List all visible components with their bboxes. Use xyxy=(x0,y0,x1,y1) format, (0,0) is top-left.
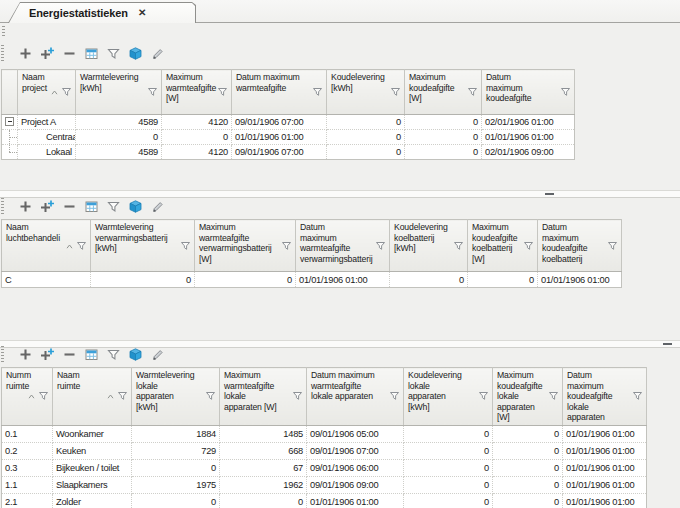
edit-button[interactable] xyxy=(149,198,165,214)
cell: 0 xyxy=(390,272,468,288)
table-row[interactable]: Lokaal4589412009/01/1906 07:000002/01/19… xyxy=(2,145,575,160)
filter-icon[interactable] xyxy=(217,87,228,97)
table-row[interactable]: Project A4589412009/01/1906 07:000002/01… xyxy=(2,115,575,130)
add-child-button[interactable] xyxy=(39,346,55,362)
filter-icon[interactable] xyxy=(117,391,128,401)
ahu-grid-host: Naam luchtbehandeliWarmtelevering verwar… xyxy=(1,219,622,288)
plus-icon xyxy=(18,46,33,61)
remove-button[interactable] xyxy=(61,346,77,362)
toolbar-grip[interactable] xyxy=(1,198,4,214)
column-chooser-button[interactable] xyxy=(83,198,99,214)
filter-icon[interactable] xyxy=(292,391,303,401)
filter-button[interactable] xyxy=(105,198,121,214)
filter-icon[interactable] xyxy=(205,391,216,401)
cell: 0 xyxy=(327,145,405,160)
filter-icon[interactable] xyxy=(76,241,87,251)
filter-icon[interactable] xyxy=(147,87,158,97)
column-header[interactable]: Numm ruimte xyxy=(2,368,53,426)
table-row[interactable]: 2.1Zolder0001/01/1906 01:000001/01/1906 … xyxy=(2,493,647,508)
column-header[interactable]: Maximum koudeafgifte lokale apparaten [W… xyxy=(493,368,563,426)
column-header-label: Koudelevering [kWh] xyxy=(331,72,378,93)
column-header[interactable]: Datum maximum koudeafgifte lokale appara… xyxy=(563,368,647,426)
column-header[interactable]: Warmtelevering lokale apparaten [kWh] xyxy=(132,368,220,426)
column-header[interactable]: Maximum warmteafgifte [W] xyxy=(162,70,232,115)
column-chooser-button[interactable] xyxy=(83,346,99,362)
filter-icon[interactable] xyxy=(390,87,401,97)
table-row[interactable]: 1.1Slaapkamers1975196209/01/1906 09:0000… xyxy=(2,476,647,493)
cell: 09/01/1906 07:00 xyxy=(307,442,404,459)
filter-icon[interactable] xyxy=(478,391,489,401)
cube-3d-icon xyxy=(128,199,143,214)
column-header[interactable]: Maximum warmteafgifte lokale apparaten [… xyxy=(220,368,307,426)
remove-button[interactable] xyxy=(61,198,77,214)
column-header[interactable]: Maximum koudeafgifte koelbatterij [W] xyxy=(468,220,538,272)
column-header[interactable]: Warmtelevering [kWh] xyxy=(76,70,162,115)
filter-icon[interactable] xyxy=(560,87,571,97)
column-header[interactable]: Koudelevering [kWh] xyxy=(327,70,405,115)
filter-icon[interactable] xyxy=(607,241,618,251)
add-button[interactable] xyxy=(17,346,33,362)
column-header[interactable]: Warmtelevering verwarmingsbatterij [kWh] xyxy=(91,220,195,272)
column-header[interactable]: Naam luchtbehandeli xyxy=(2,220,91,272)
toolbar-grip[interactable] xyxy=(1,45,4,61)
filter-button[interactable] xyxy=(105,45,121,61)
column-header[interactable]: Datum maximum koudeafgifte xyxy=(482,70,575,115)
add-child-button[interactable] xyxy=(39,45,55,61)
cube-button[interactable] xyxy=(127,198,143,214)
header-row: Numm ruimteNaam ruimteWarmtelevering lok… xyxy=(2,368,647,426)
dock-grip[interactable] xyxy=(2,26,5,37)
column-header[interactable]: Naam ruimte xyxy=(53,368,132,426)
filter-icon[interactable] xyxy=(375,241,386,251)
table-row[interactable]: C0001/01/1906 01:000001/01/1906 01:00 xyxy=(2,272,622,288)
add-button[interactable] xyxy=(17,198,33,214)
column-header[interactable]: Datum maximum warmteafgifte verwarmingsb… xyxy=(296,220,390,272)
cell: 0 xyxy=(220,493,307,508)
cell: 0.3 xyxy=(2,459,53,476)
cube-button[interactable] xyxy=(127,346,143,362)
filter-icon[interactable] xyxy=(38,391,49,401)
filter-icon[interactable] xyxy=(389,391,400,401)
cell: Bijkeuken / toilet xyxy=(53,459,132,476)
sort-ascending-icon xyxy=(28,394,35,399)
filter-icon[interactable] xyxy=(632,391,643,401)
filter-icon[interactable] xyxy=(61,87,72,97)
splitter-handle[interactable] xyxy=(663,343,672,345)
column-header[interactable]: Koudelevering koelbatterij [kWh] xyxy=(390,220,468,272)
add-button[interactable] xyxy=(17,45,33,61)
add-child-button[interactable] xyxy=(39,198,55,214)
plus-child-icon xyxy=(39,347,55,362)
filter-icon[interactable] xyxy=(548,391,559,401)
cell: 09/01/1906 05:00 xyxy=(307,425,404,442)
filter-icon[interactable] xyxy=(467,87,478,97)
filter-button[interactable] xyxy=(105,346,121,362)
edit-button[interactable] xyxy=(149,45,165,61)
table-row[interactable]: 0.1Woonkamer1884148509/01/1906 05:000001… xyxy=(2,425,647,442)
collapse-expander[interactable] xyxy=(5,117,14,126)
column-chooser-button[interactable] xyxy=(83,45,99,61)
filter-icon[interactable] xyxy=(281,241,292,251)
toolbar-grip[interactable] xyxy=(1,346,4,362)
column-header[interactable]: Maximum koudeafgifte [W] xyxy=(405,70,482,115)
remove-button[interactable] xyxy=(61,45,77,61)
column-header[interactable]: Datum maximum warmteafgifte lokale appar… xyxy=(307,368,404,426)
plus-child-icon xyxy=(39,199,55,214)
table-row[interactable]: 0.2Keuken72966809/01/1906 07:000001/01/1… xyxy=(2,442,647,459)
table-row[interactable]: 0.3Bijkeuken / toilet06709/01/1906 06:00… xyxy=(2,459,647,476)
filter-icon[interactable] xyxy=(523,241,534,251)
column-header-label: Datum maximum koudeafgifte xyxy=(486,72,548,104)
tab-energiestatistieken[interactable]: Energiestatistieken ✕ xyxy=(8,2,196,23)
tab-close-button[interactable]: ✕ xyxy=(138,8,146,18)
table-row[interactable]: Centraal0001/01/1906 01:000001/01/1906 0… xyxy=(2,130,575,145)
edit-button[interactable] xyxy=(149,346,165,362)
column-header[interactable]: Datum maximum warmteafgifte xyxy=(232,70,327,115)
column-header[interactable]: Datum maximum koudeafgifte koelbatterij xyxy=(538,220,622,272)
column-header[interactable]: Naam project xyxy=(18,70,76,115)
column-header[interactable]: Maximum warmteafgifte verwarmingsbatteri… xyxy=(195,220,296,272)
filter-icon[interactable] xyxy=(180,241,191,251)
filter-icon[interactable] xyxy=(453,241,464,251)
splitter-handle[interactable] xyxy=(545,193,554,195)
column-header[interactable]: Koudelevering lokale apparaten [kWh] xyxy=(404,368,493,426)
cell: Lokaal xyxy=(18,145,76,160)
cube-button[interactable] xyxy=(127,45,143,61)
filter-icon[interactable] xyxy=(312,87,323,97)
